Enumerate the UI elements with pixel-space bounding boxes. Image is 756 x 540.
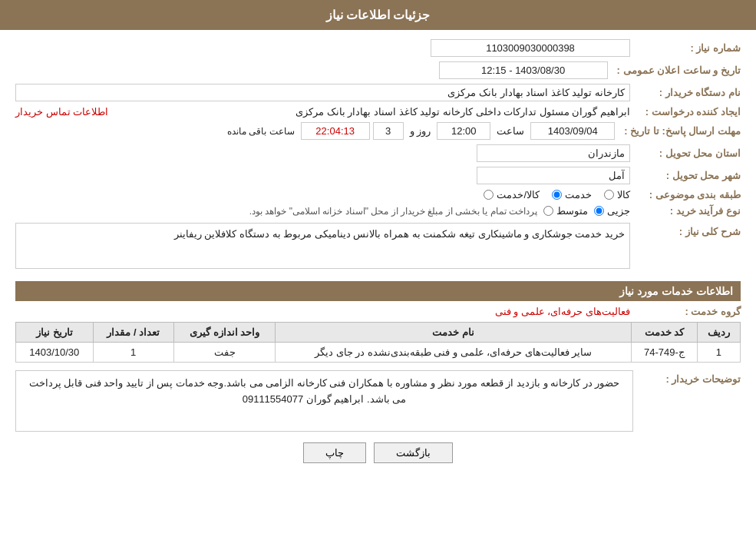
cell-name: سایر فعالیت‌های حرفه‌ای، علمی و فنی طبقه…: [276, 343, 632, 363]
reply-time-label: ساعت: [497, 125, 524, 137]
col-code: کد خدمت: [632, 323, 698, 343]
creator-contact-link[interactable]: اطلاعات تماس خریدار: [15, 106, 108, 118]
purchase-motavasset-radio[interactable]: [543, 206, 553, 216]
reply-date: 1403/09/04: [530, 122, 615, 140]
purchase-jozi-label: جزیی: [607, 205, 630, 217]
buyer-org-label: نام دستگاه خریدار :: [633, 87, 741, 98]
col-row: ردیف: [697, 323, 740, 343]
category-khedmat-radio[interactable]: [552, 190, 562, 200]
category-kala-khedmat-label: کالا/خدمت: [497, 189, 540, 200]
date-value: 1403/08/30 - 12:15: [439, 61, 608, 79]
reply-time: 12:00: [437, 122, 490, 140]
services-table: ردیف کد خدمت نام خدمت واحد اندازه گیری ت…: [15, 322, 741, 363]
reply-days-label: روز و: [410, 125, 431, 137]
category-khedmat-label: خدمت: [565, 189, 592, 200]
category-option-khedmat[interactable]: خدمت: [552, 189, 592, 200]
cell-row: 1: [697, 343, 740, 363]
category-kala-label: کالا: [617, 189, 630, 200]
category-option-kala[interactable]: کالا: [604, 189, 630, 200]
remaining-time: 22:04:13: [301, 122, 370, 140]
buyer-notes-label: توضیحات خریدار :: [633, 373, 741, 385]
city-label: شهر محل تحویل :: [633, 170, 741, 181]
request-number-value: 1103009030000398: [431, 39, 630, 57]
description-label: شرح کلی نیاز :: [633, 226, 741, 237]
purchase-jozi-radio[interactable]: [594, 206, 604, 216]
cell-date: 1403/10/30: [16, 343, 94, 363]
reply-days: 3: [373, 122, 404, 140]
services-section-header: اطلاعات خدمات مورد نیاز: [15, 281, 741, 301]
category-option-kala-khedmat[interactable]: کالا/خدمت: [484, 189, 540, 200]
print-button[interactable]: چاپ: [303, 442, 366, 463]
category-kala-khedmat-radio[interactable]: [484, 190, 494, 200]
cell-quantity: 1: [93, 343, 173, 363]
request-number-label: شماره نیاز :: [633, 42, 741, 54]
col-quantity: تعداد / مقدار: [93, 323, 173, 343]
cell-unit: جفت: [173, 343, 276, 363]
description-value: خرید خدمت جوشکاری و ماشینکاری تیغه شکمنت…: [15, 223, 630, 269]
back-button[interactable]: بازگشت: [374, 442, 453, 463]
reply-deadline-label: مهلت ارسال پاسخ: تا تاریخ :: [618, 125, 741, 137]
purchase-jozi[interactable]: جزیی: [594, 205, 630, 217]
purchase-note: پرداخت تمام یا بخشی از مبلغ خریدار از مح…: [15, 206, 537, 217]
province-value: مازندران: [477, 144, 630, 162]
footer-buttons: بازگشت چاپ: [15, 442, 741, 463]
purchase-type-label: نوع فرآیند خرید :: [633, 205, 741, 217]
cell-code: ج-749-74: [632, 343, 698, 363]
col-date: تاریخ نیاز: [16, 323, 94, 343]
page-title: جزئیات اطلاعات نیاز: [0, 0, 756, 30]
city-value: آمل: [477, 167, 630, 184]
purchase-type-group: جزیی متوسط پرداخت تمام یا بخشی از مبلغ خ…: [15, 205, 630, 217]
remaining-label: ساعت باقی مانده: [227, 126, 295, 137]
table-row: 1 ج-749-74 سایر فعالیت‌های حرفه‌ای، علمی…: [16, 343, 741, 363]
service-group-label: گروه خدمت :: [633, 306, 741, 317]
buyer-notes-value: حضور در کارخانه و بازدید از قطعه مورد نظ…: [15, 370, 633, 432]
creator-label: ایجاد کننده درخواست :: [633, 106, 741, 118]
province-label: استان محل تحویل :: [633, 147, 741, 159]
col-unit: واحد اندازه گیری: [173, 323, 276, 343]
category-label: طبقه بندی موضوعی :: [633, 189, 741, 200]
purchase-motavasset-label: متوسط: [556, 205, 588, 217]
service-group-value[interactable]: فعالیت‌های حرفه‌ای، علمی و فنی: [495, 306, 630, 317]
col-name: نام خدمت: [276, 323, 632, 343]
buyer-notes-row: توضیحات خریدار : حضور در کارخانه و بازدی…: [15, 370, 741, 432]
date-label: تاریخ و ساعت اعلان عمومی :: [611, 65, 741, 76]
category-kala-radio[interactable]: [604, 190, 614, 200]
creator-value: ابراهیم گوران مسئول تدارکات داخلی کارخان…: [117, 106, 630, 118]
category-radio-group: کالا خدمت کالا/خدمت: [484, 189, 630, 200]
buyer-org-value: کارخانه تولید کاغذ اسناد بهادار بانک مرک…: [15, 84, 630, 101]
purchase-motavasset[interactable]: متوسط: [543, 205, 588, 217]
